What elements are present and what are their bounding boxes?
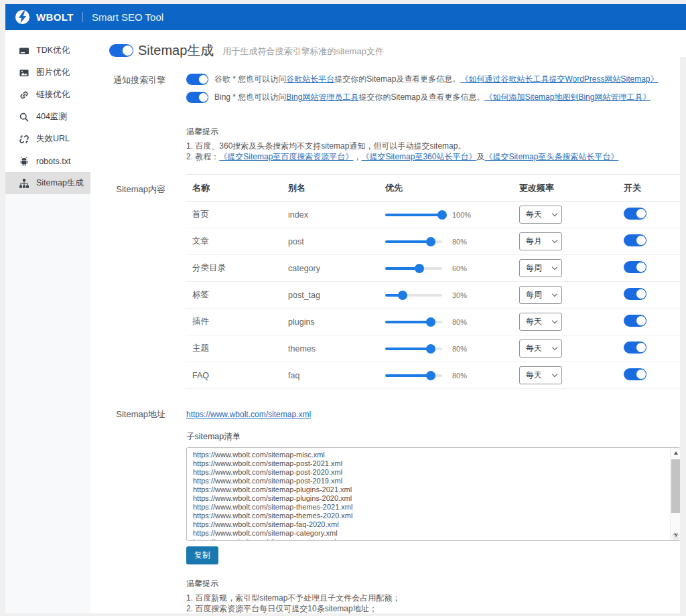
- image-icon: [19, 68, 29, 78]
- sidebar-item-robots[interactable]: robots.txt: [5, 150, 90, 172]
- text-run: 提交你的Sitemap及查看更多信息。: [334, 74, 460, 84]
- freq-select[interactable]: 每天: [519, 206, 562, 224]
- sidebar-item-tdk[interactable]: TDK优化: [5, 40, 90, 62]
- priority-slider[interactable]: [385, 291, 442, 300]
- freq-select[interactable]: 每月: [519, 232, 562, 250]
- slider-knob[interactable]: [415, 264, 424, 273]
- row-name: 插件: [186, 316, 282, 327]
- sub-sitemap-textarea[interactable]: https://www.wbolt.com/sitemap-misc.xml h…: [186, 447, 681, 541]
- freq-select-value: 每天: [526, 343, 542, 354]
- priority-slider[interactable]: [385, 237, 442, 246]
- slider-fill: [385, 214, 442, 216]
- bing-toggle[interactable]: [186, 92, 208, 103]
- col-header-alias: 别名: [282, 182, 379, 194]
- sidebar-item-label: TDK优化: [36, 45, 70, 56]
- google-toggle[interactable]: [186, 74, 208, 85]
- inline-link[interactable]: 谷歌站长平台: [286, 74, 334, 84]
- scrollbar-thumb[interactable]: [671, 459, 680, 513]
- row-name: FAQ: [186, 371, 282, 380]
- text-run: 2. 百度搜索资源平台每日仅可提交10条sitemap地址；: [186, 604, 377, 613]
- col-header-name: 名称: [186, 182, 282, 194]
- text-run: 谷歌 * 您也可以访问: [214, 74, 286, 84]
- chevron-down-icon: [552, 238, 557, 243]
- row-name: 首页: [186, 209, 282, 220]
- inline-link[interactable]: 《提交Sitemap至360站长平台》: [361, 152, 476, 161]
- sitemap-url-link[interactable]: https://www.wbolt.com/sitemap.xml: [186, 410, 311, 419]
- inline-link[interactable]: Bing网站管理员工具: [286, 92, 358, 102]
- freq-select[interactable]: 每周: [519, 286, 562, 304]
- inline-link[interactable]: 《如何添加Sitemap地图到Bing网站管理工具》: [484, 92, 650, 102]
- sidebar-item-deadurl[interactable]: 失效URL: [5, 128, 90, 150]
- app-frame: WBOLT Smart SEO Tool TDK优化 图片优化: [0, 0, 686, 616]
- notice-bottom: 温馨提示 1. 百度新规，索引型sitemap不予处理且子文件会占用配额； 2.…: [186, 578, 681, 613]
- priority-value: 80%: [452, 238, 467, 246]
- row-name: 分类目录: [186, 262, 282, 274]
- priority-slider[interactable]: [385, 264, 442, 273]
- freq-select-value: 每月: [526, 236, 542, 247]
- product-name: Smart SEO Tool: [92, 11, 163, 23]
- freq-select[interactable]: 每天: [519, 339, 562, 358]
- row-alias: faq: [282, 371, 379, 380]
- brand-name: WBOLT: [36, 11, 74, 23]
- toggle-knob: [636, 289, 646, 299]
- page-title: Sitemap生成: [138, 42, 214, 60]
- feature-toggle[interactable]: [109, 44, 133, 57]
- notice-line: 2. 百度搜索资源平台每日仅可提交10条sitemap地址；: [186, 603, 681, 613]
- slider-fill: [385, 374, 431, 377]
- tdk-card-icon: [19, 46, 29, 56]
- freq-select[interactable]: 每周: [519, 259, 562, 277]
- scroll-up-arrow[interactable]: [671, 448, 681, 458]
- row-toggle[interactable]: [624, 234, 646, 246]
- priority-slider[interactable]: [385, 344, 442, 354]
- notice-line: 2. 教程：《提交Sitemap至百度搜索资源平台》，《提交Sitemap至36…: [186, 151, 681, 162]
- sidebar-item-label: Sitemap生成: [36, 177, 84, 189]
- sitemap-icon: [19, 178, 29, 189]
- slider-knob[interactable]: [426, 237, 435, 246]
- row-alias: themes: [282, 344, 379, 354]
- inline-link[interactable]: 《提交Sitemap至头条搜索站长平台》: [484, 152, 618, 161]
- chevron-down-icon: [552, 372, 557, 377]
- address-label: Sitemap地址: [109, 408, 165, 420]
- notify-label: 通知搜索引擎: [109, 74, 165, 86]
- sidebar-item-404[interactable]: 404监测: [5, 106, 90, 128]
- row-toggle[interactable]: [624, 208, 646, 220]
- slider-knob[interactable]: [426, 344, 435, 354]
- freq-select-value: 每天: [526, 370, 542, 381]
- priority-slider[interactable]: [385, 317, 442, 327]
- row-toggle[interactable]: [624, 341, 646, 354]
- inline-link[interactable]: 《如何通过谷歌站长工具提交WordPress网站Sitemap》: [460, 74, 658, 84]
- slider-knob[interactable]: [398, 291, 407, 300]
- row-toggle[interactable]: [624, 315, 646, 327]
- slider-knob[interactable]: [437, 210, 447, 220]
- scrollbar[interactable]: [670, 448, 680, 540]
- triangle-up-icon: [674, 451, 678, 455]
- sidebar-menu: TDK优化 图片优化 链接优化: [5, 30, 90, 194]
- row-toggle[interactable]: [624, 368, 646, 380]
- freq-select[interactable]: 每天: [519, 313, 562, 331]
- priority-value: 60%: [452, 264, 467, 273]
- priority-slider[interactable]: [385, 210, 442, 220]
- resize-grip[interactable]: [673, 533, 679, 540]
- slider-knob[interactable]: [426, 317, 435, 327]
- inline-link[interactable]: 《提交Sitemap至百度搜索资源平台》: [219, 152, 353, 161]
- search-icon: [19, 112, 29, 123]
- sidebar-item-links[interactable]: 链接优化: [5, 84, 90, 106]
- freq-select[interactable]: 每天: [519, 366, 562, 384]
- toggle-knob: [636, 262, 646, 273]
- sidebar-item-image[interactable]: 图片优化: [5, 62, 90, 84]
- priority-value: 80%: [452, 372, 467, 380]
- toggle-knob: [636, 369, 646, 380]
- sub-sitemap-list: https://www.wbolt.com/sitemap-misc.xml h…: [188, 449, 669, 540]
- slider-knob[interactable]: [426, 371, 435, 380]
- notify-section: 通知搜索引擎 谷歌 * 您也可以访问谷歌站长平台提交你的Sitemap及查看更多…: [109, 74, 681, 110]
- wbolt-logo-icon: [15, 9, 30, 25]
- toggle-knob: [198, 74, 208, 84]
- row-toggle[interactable]: [624, 288, 646, 300]
- page-title-row: Sitemap生成 用于生成符合搜索引擎标准的sitemap文件: [109, 42, 681, 59]
- sidebar-item-sitemap[interactable]: Sitemap生成: [5, 172, 90, 194]
- slider-fill: [385, 348, 431, 350]
- priority-slider[interactable]: [385, 371, 442, 380]
- copy-button[interactable]: 复制: [186, 546, 218, 564]
- priority-value: 30%: [452, 291, 467, 299]
- row-toggle[interactable]: [624, 261, 646, 273]
